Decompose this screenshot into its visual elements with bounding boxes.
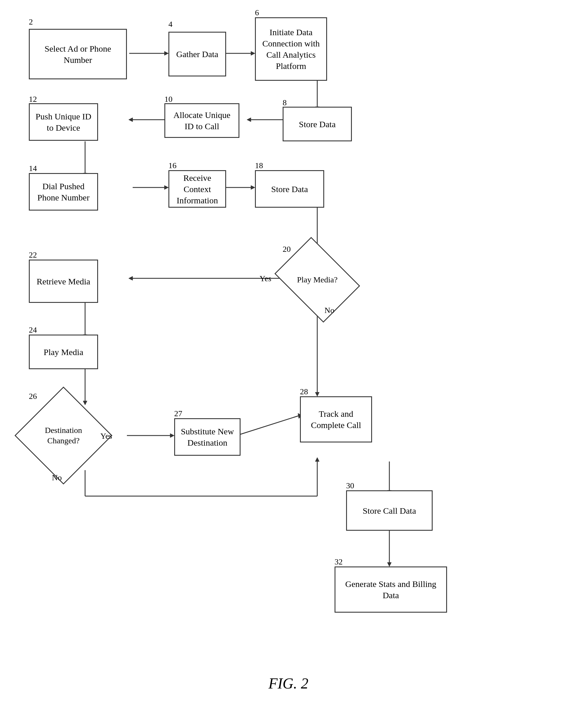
- svg-marker-37: [387, 563, 391, 567]
- label-30: 30: [346, 481, 354, 490]
- svg-marker-27: [170, 434, 174, 438]
- svg-marker-21: [315, 392, 319, 396]
- node-32: Generate Stats and Billing Data: [335, 567, 447, 613]
- svg-line-28: [237, 415, 300, 436]
- label-22: 22: [29, 250, 37, 260]
- svg-marker-1: [164, 51, 168, 55]
- svg-marker-3: [251, 51, 255, 55]
- label-20: 20: [283, 244, 291, 254]
- node-26: Destination Changed?: [29, 401, 98, 470]
- node-30: Store Call Data: [346, 490, 432, 531]
- figure-label: FIG. 2: [231, 675, 346, 692]
- node-20: Play Media?: [283, 254, 352, 306]
- node-24: Play Media: [29, 335, 98, 369]
- node-2: Select Ad or Phone Number: [29, 29, 127, 79]
- node-8: Store Data: [283, 107, 352, 141]
- label-28: 28: [300, 387, 308, 396]
- yes-label-20: Yes: [260, 274, 271, 283]
- no-label-26: No: [52, 473, 62, 482]
- node-6: Initiate Data Connection with Call Analy…: [255, 17, 327, 81]
- node-22: Retrieve Media: [29, 260, 98, 303]
- no-label-20: No: [324, 306, 334, 315]
- label-6: 6: [255, 8, 259, 17]
- label-4: 4: [168, 20, 173, 29]
- node-16: Receive Context Information: [168, 170, 226, 208]
- label-2: 2: [29, 17, 33, 27]
- node-27: Substitute New Destination: [174, 418, 240, 456]
- yes-label-26: Yes: [100, 432, 112, 441]
- node-28: Track and Complete Call: [300, 396, 372, 442]
- svg-marker-33: [315, 458, 319, 462]
- node-10: Allocate Unique ID to Call: [164, 103, 239, 138]
- svg-marker-13: [164, 185, 168, 189]
- label-10: 10: [164, 95, 173, 104]
- label-16: 16: [168, 161, 177, 170]
- svg-marker-19: [129, 276, 133, 280]
- svg-marker-15: [251, 185, 255, 189]
- label-24: 24: [29, 326, 37, 335]
- svg-marker-7: [247, 118, 251, 122]
- node-4: Gather Data: [168, 32, 226, 76]
- label-27: 27: [174, 409, 182, 418]
- label-12: 12: [29, 95, 37, 104]
- node-14: Dial Pushed Phone Number: [29, 173, 98, 211]
- node-18: Store Data: [255, 170, 324, 208]
- label-18: 18: [255, 161, 263, 170]
- label-8: 8: [283, 98, 287, 107]
- label-32: 32: [335, 557, 343, 567]
- svg-marker-9: [129, 118, 133, 122]
- label-26: 26: [29, 392, 37, 401]
- label-14: 14: [29, 164, 37, 173]
- node-12: Push Unique ID to Device: [29, 103, 98, 141]
